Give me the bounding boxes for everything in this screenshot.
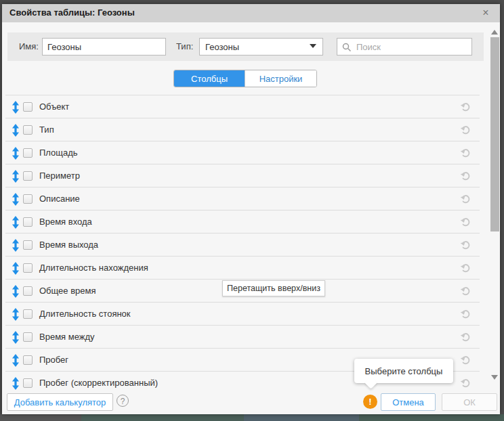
column-checkbox[interactable]: [23, 217, 33, 227]
column-label: Описание: [39, 194, 80, 204]
table-properties-dialog: Свойства таблицы: Геозоны × Имя: Тип: Ге…: [2, 4, 500, 414]
drag-updown-icon[interactable]: [12, 124, 20, 137]
search-box: [337, 38, 472, 56]
column-row: Время между: [5, 325, 480, 348]
background-map-fragment: [359, 414, 504, 421]
column-checkbox[interactable]: [23, 309, 33, 319]
undo-icon[interactable]: [460, 309, 471, 320]
close-icon[interactable]: ×: [480, 7, 492, 19]
column-label: Пробег: [39, 355, 68, 365]
column-row: Время выхода: [5, 233, 480, 256]
columns-list: Объект Тип: [5, 95, 480, 394]
undo-icon[interactable]: [460, 286, 471, 297]
tab-settings[interactable]: Настройки: [245, 70, 316, 87]
help-icon[interactable]: ?: [117, 395, 129, 407]
column-row: Периметр: [5, 164, 480, 187]
drag-updown-icon[interactable]: [12, 354, 20, 367]
column-checkbox[interactable]: [23, 194, 33, 204]
tab-columns[interactable]: Столбцы: [174, 70, 245, 87]
select-columns-tooltip: Выберите столбцы: [354, 359, 453, 383]
column-label: Площадь: [39, 148, 78, 158]
column-row: Тип: [5, 118, 480, 141]
column-checkbox[interactable]: [23, 332, 33, 342]
column-checkbox[interactable]: [23, 355, 33, 365]
drag-updown-icon[interactable]: [12, 331, 20, 344]
scroll-down-icon[interactable]: [491, 375, 498, 380]
column-label: Время выхода: [39, 240, 98, 250]
column-label: Объект: [39, 102, 69, 112]
drag-updown-icon[interactable]: [12, 239, 20, 252]
column-row: Объект: [5, 95, 480, 118]
drag-updown-icon[interactable]: [12, 170, 20, 183]
column-label: Пробег (скорректированный): [39, 378, 158, 388]
column-label: Тип: [39, 125, 54, 135]
search-icon: [342, 43, 352, 52]
type-label: Тип:: [176, 41, 193, 51]
undo-icon[interactable]: [460, 102, 471, 113]
undo-icon[interactable]: [460, 378, 471, 389]
drag-updown-icon[interactable]: [12, 216, 20, 229]
column-label: Общее время: [39, 286, 96, 296]
column-checkbox[interactable]: [23, 378, 33, 388]
undo-icon[interactable]: [460, 263, 471, 274]
select-columns-tooltip-text: Выберите столбцы: [365, 366, 443, 376]
search-input[interactable]: [355, 39, 467, 54]
ok-button: ОК: [442, 393, 497, 411]
add-calculator-button[interactable]: Добавить калькулятор: [7, 393, 113, 411]
undo-icon[interactable]: [460, 194, 471, 205]
undo-icon[interactable]: [460, 217, 471, 228]
column-checkbox[interactable]: [23, 125, 33, 135]
background-map-fragment: [244, 414, 359, 421]
drag-updown-icon[interactable]: [12, 147, 20, 160]
column-row: Время входа: [5, 210, 480, 233]
undo-icon[interactable]: [460, 240, 471, 251]
column-checkbox[interactable]: [23, 148, 33, 158]
dialog-titlebar: Свойства таблицы: Геозоны ×: [2, 4, 500, 22]
column-checkbox[interactable]: [23, 263, 33, 273]
form-band: Имя: Тип: Геозоны: [7, 32, 484, 61]
column-checkbox[interactable]: [23, 286, 33, 296]
page-background: Свойства таблицы: Геозоны × Имя: Тип: Ге…: [0, 0, 504, 421]
background-page-strip: [0, 414, 504, 421]
type-select-value: Геозоны: [205, 42, 239, 52]
undo-icon[interactable]: [460, 125, 471, 136]
drag-updown-icon[interactable]: [12, 285, 20, 298]
column-row: Описание: [5, 187, 480, 210]
scrollbar-thumb[interactable]: [490, 37, 499, 231]
column-checkbox[interactable]: [23, 171, 33, 181]
scroll-up-icon[interactable]: [491, 30, 498, 35]
column-label: Длительность нахождения: [39, 263, 148, 273]
column-row: Длительность стоянок: [5, 302, 480, 325]
undo-icon[interactable]: [460, 355, 471, 366]
column-label: Периметр: [39, 171, 80, 181]
undo-icon[interactable]: [460, 148, 471, 159]
background-map-fragment: [81, 414, 244, 421]
drag-updown-icon[interactable]: [12, 262, 20, 275]
column-checkbox[interactable]: [23, 102, 33, 112]
drag-updown-icon[interactable]: [12, 377, 20, 390]
column-label: Время между: [39, 332, 95, 342]
tab-bar: Столбцы Настройки: [173, 70, 317, 87]
name-label: Имя:: [19, 41, 39, 51]
column-row: Длительность нахождения: [5, 256, 480, 279]
undo-icon[interactable]: [460, 332, 471, 343]
type-select[interactable]: Геозоны: [199, 38, 323, 56]
column-label: Время входа: [39, 217, 92, 227]
dialog-title: Свойства таблицы: Геозоны: [9, 7, 135, 18]
scrollbar[interactable]: [490, 27, 500, 387]
warning-icon: !: [363, 395, 377, 409]
drag-updown-icon[interactable]: [12, 193, 20, 206]
column-row: Площадь: [5, 141, 480, 164]
drag-updown-icon[interactable]: [12, 101, 20, 114]
chevron-down-icon: [310, 44, 316, 48]
drag-hint-tooltip: Перетащить вверх/вниз: [222, 280, 325, 296]
drag-updown-icon[interactable]: [12, 308, 20, 321]
name-input[interactable]: [42, 38, 166, 56]
undo-icon[interactable]: [460, 171, 471, 182]
column-label: Длительность стоянок: [39, 309, 131, 319]
cancel-button[interactable]: Отмена: [381, 393, 436, 411]
column-checkbox[interactable]: [23, 240, 33, 250]
